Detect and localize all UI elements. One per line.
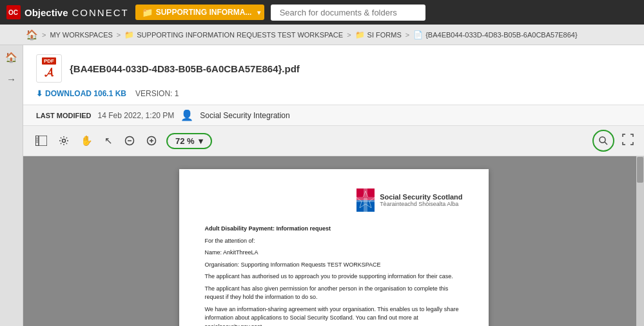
zoom-selector[interactable]: 72 % ▾: [166, 133, 212, 149]
pdf-para1: The applicant has authorised us to appro…: [205, 272, 463, 281]
download-label: DOWNLOAD 106.1 KB: [45, 89, 126, 98]
modified-user: Social Security Integration: [200, 111, 289, 120]
cursor-icon: ↖: [104, 135, 113, 147]
breadcrumb-item-3[interactable]: 📄 {BA4EB044-033D-4D83-B05B-6A0CBA57E864}: [413, 30, 577, 39]
breadcrumb: 🏠 > MY WORKSPACES > 📁 SUPPORTING INFORMA…: [0, 25, 644, 45]
org-name-english: Social Security Scotland: [380, 193, 462, 201]
pdf-line2: Name: AnkitThreeLA: [205, 249, 463, 258]
file-meta: ⬇ DOWNLOAD 106.1 KB VERSION: 1: [36, 89, 631, 98]
pan-button[interactable]: ✋: [79, 133, 95, 148]
breadcrumb-sep-0: >: [42, 31, 46, 39]
version-label: VERSION: 1: [135, 89, 179, 98]
pdf-page: Social Security Scotland Tèarainteachd S…: [179, 169, 489, 326]
modified-date: 14 Feb 2022, 1:20 PM: [98, 111, 175, 120]
pdf-content: Adult Disability Payment: Information re…: [205, 225, 463, 326]
user-avatar-icon: 👤: [181, 109, 193, 121]
fullscreen-icon: [622, 134, 634, 145]
sidebar-arrow-icon[interactable]: →: [6, 74, 16, 85]
pdf-viewer: Social Security Scotland Tèarainteachd S…: [23, 156, 644, 326]
breadcrumb-label-0: MY WORKSPACES: [50, 31, 112, 39]
logo-connect: CONNECT: [72, 7, 129, 18]
breadcrumb-sep-1: >: [117, 31, 121, 39]
breadcrumb-sep-3: >: [405, 31, 409, 39]
search-input[interactable]: [271, 5, 425, 21]
social-security-logo: Social Security Scotland Tèarainteachd S…: [356, 188, 462, 212]
pdf-title: Adult Disability Payment: Information re…: [205, 225, 463, 234]
pdf-para3: We have an information-sharing agreement…: [205, 305, 463, 327]
breadcrumb-item-2[interactable]: 📁 SI FORMS: [355, 30, 402, 39]
breadcrumb-label-3: {BA4EB044-033D-4D83-B05B-6A0CBA57E864}: [425, 31, 577, 39]
scrollbar-track[interactable]: [636, 156, 644, 326]
svg-point-13: [600, 137, 605, 143]
left-sidebar: 🏠 →: [0, 45, 23, 326]
last-modified-label: LAST MODIFIED: [36, 112, 92, 119]
zoom-in-icon: [146, 136, 157, 146]
zoom-in-button[interactable]: [144, 134, 159, 148]
main-layout: 🏠 → PDF 𝓐 {BA4EB044-033D-4D83-B05B-6A0CB…: [0, 45, 644, 326]
download-link[interactable]: ⬇ DOWNLOAD 106.1 KB: [36, 89, 126, 98]
scrollbar-thumb[interactable]: [637, 157, 643, 183]
modified-bar: LAST MODIFIED 14 Feb 2022, 1:20 PM 👤 Soc…: [23, 105, 644, 126]
search-button[interactable]: [592, 130, 614, 152]
breadcrumb-item-1[interactable]: 📁 SUPPORTING INFORMATION REQUESTS TEST W…: [124, 30, 343, 39]
file-name: {BA4EB044-033D-4D83-B05B-6A0CBA57E864}.p…: [70, 63, 300, 74]
logo-objective: Objective: [24, 7, 68, 18]
top-navbar: OC Objective CONNECT 📁 SUPPORTING INFORM…: [0, 0, 644, 25]
zoom-out-icon: [124, 136, 135, 146]
hand-icon: ✋: [81, 135, 93, 147]
breadcrumb-label-2: SI FORMS: [367, 31, 402, 39]
zoom-chevron-icon: ▾: [199, 136, 203, 146]
zoom-out-button[interactable]: [122, 134, 137, 148]
svg-point-7: [63, 139, 66, 143]
fullscreen-button[interactable]: [622, 134, 634, 148]
pdf-label-text: PDF: [42, 57, 56, 65]
svg-rect-3: [35, 136, 47, 146]
folder-icon: 📁: [142, 7, 153, 17]
home-icon[interactable]: 🏠: [26, 29, 38, 41]
pdf-line1: For the attention of:: [205, 237, 463, 246]
folder-icon-1: 📁: [124, 30, 134, 39]
toggle-sidebar-button[interactable]: [34, 134, 49, 148]
pdf-line3: Organisation: Supporting Information Req…: [205, 261, 463, 270]
breadcrumb-item-0[interactable]: MY WORKSPACES: [50, 31, 112, 39]
pdf-file-icon: PDF 𝓐: [36, 54, 62, 83]
folder-icon-3: 📄: [413, 30, 423, 39]
org-name-block: Social Security Scotland Tèarainteachd S…: [380, 193, 462, 207]
breadcrumb-sep-2: >: [347, 31, 351, 39]
file-header: PDF 𝓐 {BA4EB044-033D-4D83-B05B-6A0CBA57E…: [23, 45, 644, 105]
org-name-gaelic: Tèarainteachd Shòisealta Alba: [380, 201, 462, 207]
svg-line-14: [605, 142, 607, 145]
search-icon: [598, 136, 609, 146]
file-title-row: PDF 𝓐 {BA4EB044-033D-4D83-B05B-6A0CBA57E…: [36, 54, 631, 83]
settings-button[interactable]: [57, 134, 71, 148]
sidebar-home-icon[interactable]: 🏠: [5, 52, 17, 63]
select-button[interactable]: ↖: [102, 133, 115, 148]
main-content: PDF 𝓐 {BA4EB044-033D-4D83-B05B-6A0CBA57E…: [23, 45, 644, 326]
svg-rect-19: [356, 198, 375, 202]
gear-icon: [59, 136, 69, 146]
download-icon: ⬇: [36, 89, 43, 98]
folder-label: SUPPORTING INFORMA...: [156, 8, 252, 17]
acrobat-icon: 𝓐: [44, 66, 54, 79]
chevron-down-icon: ▾: [257, 9, 260, 16]
breadcrumb-label-1: SUPPORTING INFORMATION REQUESTS TEST WOR…: [137, 31, 343, 39]
sidebar-toggle-icon: [35, 136, 47, 146]
zoom-value: 72 %: [175, 136, 195, 146]
pdf-toolbar: ✋ ↖ 72 % ▾: [23, 126, 644, 156]
folder-icon-2: 📁: [355, 30, 365, 39]
social-security-flag-icon: [356, 188, 375, 212]
app-logo: OC Objective CONNECT: [6, 5, 129, 19]
svg-text:OC: OC: [8, 9, 18, 16]
current-folder-badge[interactable]: 📁 SUPPORTING INFORMA... ▾: [135, 5, 264, 20]
pdf-org-header: Social Security Scotland Tèarainteachd S…: [205, 188, 463, 212]
pdf-para2: The applicant has also given permission …: [205, 285, 463, 302]
